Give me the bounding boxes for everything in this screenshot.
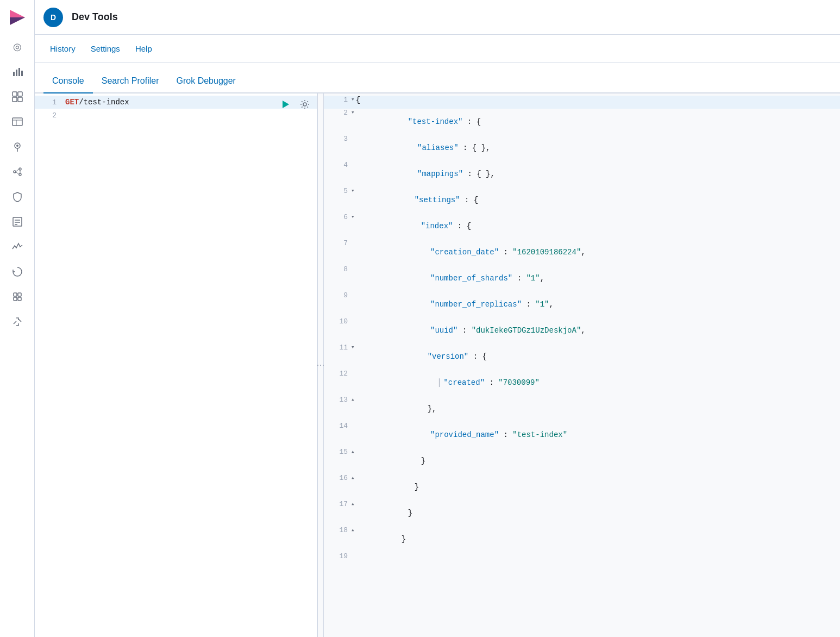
top-bar: D Dev Tools xyxy=(35,0,840,35)
svg-point-30 xyxy=(303,103,306,106)
svg-point-14 xyxy=(16,145,18,147)
resp-content-12: │"created" : "7030099" xyxy=(359,370,836,396)
response-line-14: 14 "provided_name" : "test-index" xyxy=(324,422,840,448)
tab-grok-debugger[interactable]: Grok Debugger xyxy=(168,70,245,93)
resp-content-9: "number_of_replicas" : "1", xyxy=(359,291,836,317)
resp-content-5: "settings" : { xyxy=(356,187,836,213)
collapse-13[interactable]: ▴ xyxy=(351,396,355,403)
response-line-18: 18 ▴ } xyxy=(324,526,840,552)
management-icon[interactable] xyxy=(7,286,28,308)
collapse-1[interactable]: ▾ xyxy=(351,96,355,103)
run-button[interactable] xyxy=(278,97,293,112)
response-line-7: 7 "creation_date" : "1620109186224", xyxy=(324,239,840,265)
response-line-3: 3 "aliases" : { }, xyxy=(324,135,840,161)
svg-rect-3 xyxy=(16,70,17,76)
resp-line-num-6: 6 xyxy=(328,213,348,221)
response-line-19: 19 xyxy=(324,552,840,565)
response-line-9: 9 "number_of_replicas" : "1", xyxy=(324,291,840,317)
resp-content-10: "uuid" : "dukIekeGTDGz1UzDeskjoA", xyxy=(359,317,836,344)
svg-point-15 xyxy=(14,171,16,173)
resp-line-num-5: 5 xyxy=(328,187,348,195)
resize-handle[interactable]: ⋮ xyxy=(317,93,324,637)
response-line-12: 12 │"created" : "7030099" xyxy=(324,370,840,396)
resp-content-2: "test-index" : { xyxy=(356,109,836,135)
svg-rect-6 xyxy=(12,92,17,96)
collapse-15[interactable]: ▴ xyxy=(351,448,355,455)
dev-tools-icon[interactable] xyxy=(7,311,28,333)
wrench-icon[interactable] xyxy=(297,97,312,112)
console-area: 1 GET /test-index xyxy=(35,93,840,637)
app-title: Dev Tools xyxy=(72,11,831,23)
left-sidebar: ◎ xyxy=(0,0,35,637)
tab-console[interactable]: Console xyxy=(43,70,93,93)
resp-content-7: "creation_date" : "1620109186224", xyxy=(359,239,836,265)
nav-settings[interactable]: Settings xyxy=(84,40,127,58)
resp-line-num-16: 16 xyxy=(328,474,348,482)
resp-line-num-19: 19 xyxy=(328,552,348,560)
svg-rect-28 xyxy=(18,297,21,301)
collapse-6[interactable]: ▾ xyxy=(351,213,355,220)
tabs-bar: Console Search Profiler Grok Debugger xyxy=(35,63,840,93)
nav-help[interactable]: Help xyxy=(129,40,159,58)
resp-line-num-9: 9 xyxy=(328,291,348,299)
editor-line-1[interactable]: 1 GET /test-index xyxy=(35,96,317,109)
resp-line-num-12: 12 xyxy=(328,370,348,378)
svg-point-16 xyxy=(19,168,21,170)
svg-line-19 xyxy=(16,172,19,174)
nav-history[interactable]: History xyxy=(43,40,82,58)
response-line-1: 1 ▾ { xyxy=(324,96,840,109)
collapse-17[interactable]: ▴ xyxy=(351,500,355,507)
collapse-16[interactable]: ▴ xyxy=(351,474,355,481)
resp-content-13: }, xyxy=(356,396,836,422)
editor-panel: 1 GET /test-index xyxy=(35,93,317,637)
line-number-2: 2 xyxy=(39,111,57,120)
editor-line-2[interactable]: 2 xyxy=(35,109,317,122)
user-avatar[interactable]: D xyxy=(43,8,63,27)
ml-icon[interactable] xyxy=(7,161,28,183)
response-line-13: 13 ▴ }, xyxy=(324,396,840,422)
response-line-16: 16 ▴ } xyxy=(324,474,840,500)
svg-rect-9 xyxy=(18,97,22,102)
kibana-logo[interactable] xyxy=(7,7,28,28)
collapse-5[interactable]: ▾ xyxy=(351,187,355,194)
resp-content-3: "aliases" : { }, xyxy=(359,135,836,161)
request-path: /test-index xyxy=(79,98,129,107)
svg-rect-25 xyxy=(14,293,17,296)
apm-icon[interactable] xyxy=(7,236,28,258)
uptime-icon[interactable] xyxy=(7,261,28,283)
editor-content[interactable]: 1 GET /test-index xyxy=(35,93,317,637)
maps-icon[interactable] xyxy=(7,136,28,158)
svg-marker-29 xyxy=(283,101,289,108)
resp-line-num-11: 11 xyxy=(328,344,348,352)
response-line-15: 15 ▴ } xyxy=(324,448,840,474)
svg-rect-4 xyxy=(18,68,20,76)
collapse-11[interactable]: ▾ xyxy=(351,344,355,351)
svg-rect-26 xyxy=(18,293,21,296)
resp-line-num-2: 2 xyxy=(328,109,348,117)
visualize-icon[interactable] xyxy=(7,61,28,83)
dashboard-icon[interactable] xyxy=(7,86,28,108)
svg-rect-2 xyxy=(13,72,15,76)
tab-search-profiler[interactable]: Search Profiler xyxy=(93,70,168,93)
resp-content-16: } xyxy=(356,474,836,500)
response-line-2: 2 ▾ "test-index" : { xyxy=(324,109,840,135)
resp-content-11: "version" : { xyxy=(356,344,836,370)
response-line-5: 5 ▾ "settings" : { xyxy=(324,187,840,213)
resp-content-17: } xyxy=(356,500,836,526)
resp-content-15: } xyxy=(356,448,836,474)
svg-rect-27 xyxy=(14,297,17,301)
response-line-17: 17 ▴ } xyxy=(324,500,840,526)
svg-point-17 xyxy=(19,173,21,176)
collapse-18[interactable]: ▴ xyxy=(351,526,355,533)
response-panel[interactable]: 1 ▾ { 2 ▾ "test-index" : { 3 "aliases" :… xyxy=(324,93,840,637)
svg-marker-1 xyxy=(10,17,25,25)
security-icon[interactable] xyxy=(7,186,28,208)
svg-rect-8 xyxy=(12,97,17,102)
canvas-icon[interactable] xyxy=(7,111,28,133)
resp-line-num-13: 13 xyxy=(328,396,348,404)
logs-icon[interactable] xyxy=(7,211,28,233)
discover-icon[interactable]: ◎ xyxy=(7,36,28,58)
resp-line-num-7: 7 xyxy=(328,239,348,247)
collapse-2[interactable]: ▾ xyxy=(351,109,355,116)
resp-line-num-10: 10 xyxy=(328,317,348,326)
